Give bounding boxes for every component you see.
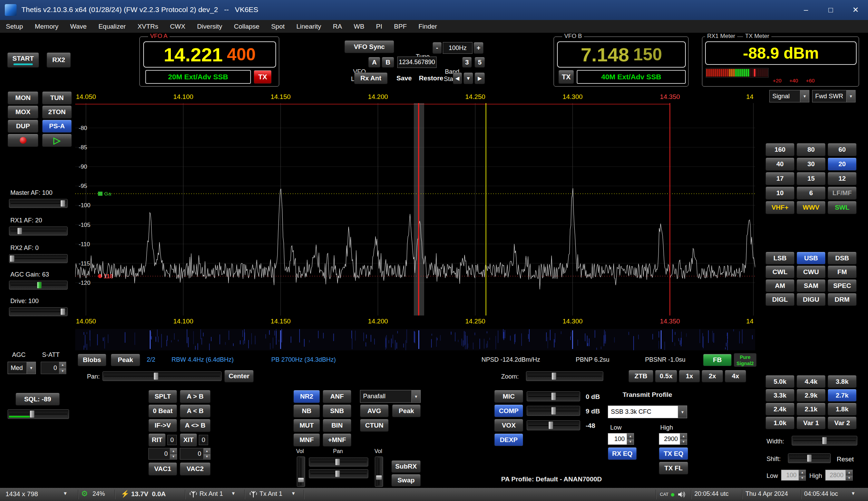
vfo-lock-b-button[interactable]: B — [382, 57, 394, 68]
meter-tx-select[interactable]: Fwd SWR — [812, 90, 856, 102]
zoom-4x-button[interactable]: 4x — [725, 370, 746, 382]
menu-collapse[interactable]: Collapse — [228, 20, 265, 33]
vfo-a-tx-button[interactable]: TX — [254, 70, 272, 84]
band-40-button[interactable]: 40 — [765, 158, 794, 171]
if-to-vfo-button[interactable]: IF->V — [148, 419, 177, 432]
tune-step-value[interactable]: 100Hz — [443, 42, 472, 54]
zoom-slider[interactable] — [526, 371, 603, 381]
pan-main-slider[interactable] — [309, 458, 368, 467]
band-160-button[interactable]: 160 — [765, 143, 794, 156]
start-button[interactable]: START — [7, 52, 39, 68]
rx2-button[interactable]: RX2 — [47, 52, 71, 68]
xit-spinner[interactable]: 0 — [180, 448, 211, 460]
mode-digl-button[interactable]: DIGL — [765, 293, 794, 306]
tx-high-spinner[interactable]: 2900 — [659, 433, 687, 445]
filter-27k-button[interactable]: 2.7k — [828, 389, 857, 402]
menu-xvtrs[interactable]: XVTRs — [131, 20, 164, 33]
nudge-right-button[interactable]: ▶ — [475, 72, 485, 84]
sql-slider[interactable] — [8, 409, 69, 419]
menu-wb[interactable]: WB — [348, 20, 370, 33]
chevron-down-icon[interactable] — [232, 490, 235, 497]
xit-button[interactable]: XIT — [180, 433, 197, 447]
nb-button[interactable]: NB — [293, 404, 320, 418]
rx-eq-button[interactable]: RX EQ — [608, 447, 637, 460]
comp-slider[interactable] — [527, 406, 580, 416]
vfo-a-frequency-display[interactable]: 14.221 400 — [143, 41, 276, 68]
chevron-down-icon[interactable] — [292, 490, 295, 497]
filter-33k-button[interactable]: 3.3k — [765, 389, 794, 402]
subrx-button[interactable]: SubRX — [391, 460, 421, 473]
agc-mode-select[interactable]: Med — [8, 362, 36, 374]
vfo-b-frequency-display[interactable]: 7.148 150 — [557, 41, 686, 68]
mode-am-button[interactable]: AM — [765, 279, 794, 292]
filter-38k-button[interactable]: 3.8k — [828, 375, 857, 388]
maximize-button[interactable]: □ — [818, 0, 843, 20]
band-80-button[interactable]: 80 — [797, 143, 826, 156]
menu-bpf[interactable]: BPF — [388, 20, 413, 33]
filter-29k-button[interactable]: 2.9k — [797, 389, 826, 402]
nr2-button[interactable]: NR2 — [293, 390, 320, 403]
nudge-left-button[interactable]: ◀ — [453, 72, 462, 84]
chevron-down-icon[interactable] — [852, 490, 855, 497]
speaker-icon[interactable] — [677, 490, 686, 499]
vox-button[interactable]: VOX — [494, 419, 523, 432]
avg-button[interactable]: AVG — [360, 404, 389, 417]
s-att-spinner[interactable]: 0 — [41, 362, 66, 374]
menu-wave[interactable]: Wave — [64, 20, 92, 33]
split-button[interactable]: SPLT — [148, 390, 177, 403]
band-20-button[interactable]: 20 — [828, 158, 857, 171]
comp-button[interactable]: COMP — [494, 404, 523, 417]
bin-button[interactable]: BIN — [323, 419, 351, 432]
zoom-05x-button[interactable]: 0.5x — [655, 370, 677, 382]
ztb-button[interactable]: ZTB — [628, 370, 653, 382]
filter-44k-button[interactable]: 4.4k — [797, 375, 826, 388]
mode-cwu-button[interactable]: CWU — [797, 265, 826, 278]
tune-step-plus-button[interactable]: + — [474, 42, 484, 54]
vol-left-slider[interactable] — [297, 457, 305, 487]
chevron-down-icon[interactable] — [64, 490, 67, 497]
band-10-button[interactable]: 10 — [765, 187, 794, 200]
menu-memory[interactable]: Memory — [29, 20, 65, 33]
band-12-button[interactable]: 12 — [828, 172, 857, 185]
swap-button[interactable]: Swap — [391, 474, 421, 487]
pan-sub-slider[interactable] — [309, 469, 368, 478]
sql-button[interactable]: SQL: -89 — [16, 393, 60, 405]
nudge-down-button[interactable]: ▼ — [464, 72, 473, 84]
mode-cwl-button[interactable]: CWL — [765, 265, 794, 278]
mode-digu-button[interactable]: DIGU — [797, 293, 826, 306]
a-to-b-button[interactable]: A > B — [180, 390, 211, 403]
band-60-button[interactable]: 60 — [828, 143, 857, 156]
band-lfmf-button[interactable]: LF/MF — [828, 187, 857, 200]
waterfall-display[interactable] — [75, 329, 755, 350]
mic-gain-slider[interactable] — [527, 391, 580, 401]
filter-50k-button[interactable]: 5.0k — [765, 375, 794, 388]
peak-button[interactable]: Peak — [392, 404, 421, 417]
filter-18k-button[interactable]: 1.8k — [828, 403, 857, 415]
mode-drm-button[interactable]: DRM — [828, 293, 857, 306]
vox-slider[interactable] — [527, 420, 580, 430]
filter-var1-button[interactable]: Var 1 — [797, 417, 826, 429]
zoom-2x-button[interactable]: 2x — [702, 370, 723, 382]
shift-reset-button[interactable]: Reset — [833, 454, 857, 464]
mic-button[interactable]: MIC — [494, 390, 523, 403]
width-slider[interactable] — [792, 436, 857, 445]
pan-slider[interactable] — [103, 371, 222, 381]
transmit-profile-select[interactable]: SSB 3.3k CFC — [608, 405, 687, 418]
vac1-button[interactable]: VAC1 — [148, 462, 177, 475]
save-button[interactable]: Save — [394, 73, 414, 83]
tx-ant-select[interactable]: Tx Ant 1 — [260, 490, 282, 498]
mode-spec-button[interactable]: SPEC — [828, 279, 857, 292]
fb-button[interactable]: FB — [703, 354, 732, 366]
record-button[interactable] — [8, 134, 38, 147]
vfo-sync-button[interactable]: VFO Sync — [344, 40, 394, 53]
local-clock[interactable]: 04:05:44 loc — [804, 490, 838, 498]
zoom-1x-button[interactable]: 1x — [679, 370, 700, 382]
mode-lsb-button[interactable]: LSB — [765, 252, 794, 264]
filter-24k-button[interactable]: 2.4k — [765, 403, 794, 415]
ps-a-button[interactable]: PS-A — [42, 120, 72, 133]
mnf-button[interactable]: MNF — [293, 433, 320, 447]
mode-sam-button[interactable]: SAM — [797, 279, 826, 292]
mut-button[interactable]: MUT — [293, 419, 320, 432]
menu-finder[interactable]: Finder — [413, 20, 443, 33]
vfo-lock-a-button[interactable]: A — [368, 57, 380, 68]
